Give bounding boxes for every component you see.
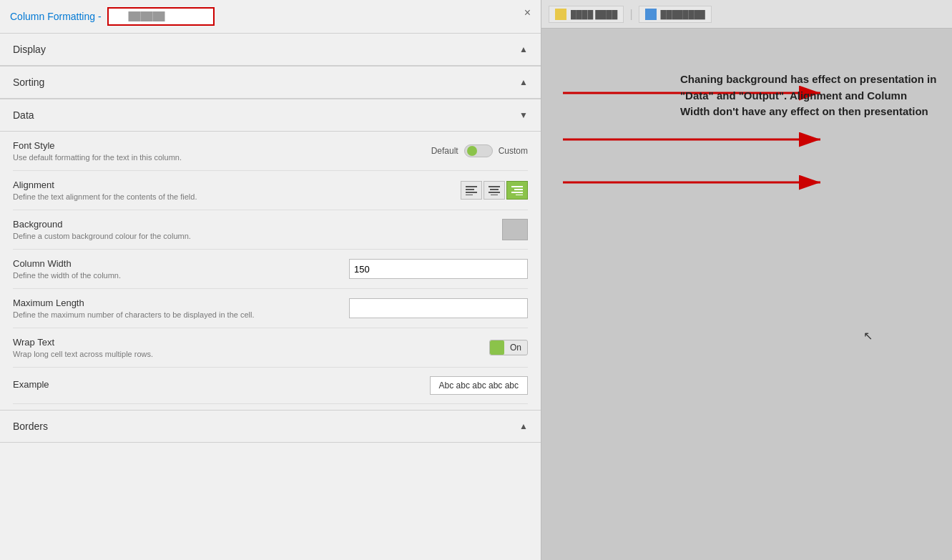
wrap-text-desc: Wrap long cell text across multiple rows…	[13, 350, 489, 358]
sorting-section-header[interactable]: Sorting ▲	[0, 66, 541, 99]
align-right-button[interactable]	[506, 181, 528, 200]
data-section-header[interactable]: Data ▼	[0, 99, 541, 132]
align-center-icon	[489, 185, 500, 195]
toggle-on-label: On	[504, 341, 527, 354]
toggle-on-dot	[490, 340, 504, 355]
display-section-header[interactable]: Display ▲	[0, 33, 541, 66]
font-style-desc: Use default formatting for the text in t…	[13, 153, 431, 162]
display-chevron: ▲	[519, 44, 528, 54]
font-style-label: Font Style	[13, 140, 431, 151]
data-section-content: Font Style Use default formatting for th…	[0, 132, 541, 404]
tab-color-blue	[645, 9, 657, 20]
background-control	[502, 219, 528, 240]
wrap-text-control: On	[489, 340, 528, 355]
example-row: Example Abc abc abc abc abc	[13, 368, 528, 404]
font-style-control: Default Custom	[431, 144, 528, 157]
background-label: Background	[13, 219, 502, 230]
align-center-button[interactable]	[484, 181, 505, 200]
custom-label: Custom	[499, 146, 528, 156]
align-right-icon	[511, 185, 523, 195]
default-label: Default	[431, 146, 458, 156]
font-style-info: Font Style Use default formatting for th…	[13, 140, 431, 162]
tab-item-1[interactable]: ████ ████	[549, 6, 624, 23]
tab2-text: ████████	[661, 10, 705, 19]
column-width-control	[349, 259, 528, 279]
display-section-label: Display	[13, 44, 46, 55]
column-width-label: Column Width	[13, 258, 349, 269]
tab-color-yellow	[555, 9, 566, 20]
maximum-length-desc: Define the maximum number of characters …	[13, 310, 349, 319]
annotation-area: Chaning background has effect on present…	[541, 29, 952, 560]
close-button[interactable]: ×	[524, 7, 531, 19]
toggle-dot	[467, 146, 477, 156]
borders-section-label: Borders	[13, 421, 48, 432]
example-info: Example	[13, 379, 430, 392]
example-value: Abc abc abc abc abc	[430, 376, 528, 395]
maximum-length-label: Maximum Length	[13, 298, 349, 308]
data-chevron: ▼	[519, 110, 528, 120]
align-left-icon	[466, 185, 477, 195]
column-width-info: Column Width Define the width of the col…	[13, 258, 349, 280]
tab1-text: ████ ████	[571, 10, 617, 19]
wrap-text-toggle[interactable]: On	[489, 340, 528, 355]
sorting-section-label: Sorting	[13, 77, 44, 88]
column-name-input[interactable]	[107, 7, 215, 26]
right-panel: ████ ████ | ████████	[541, 0, 952, 560]
right-topbar: ████ ████ | ████████	[541, 0, 952, 29]
wrap-text-row: Wrap Text Wrap long cell text across mul…	[13, 328, 528, 368]
column-width-input[interactable]	[349, 259, 528, 279]
font-style-row: Font Style Use default formatting for th…	[13, 132, 528, 171]
dialog-panel: Column Formatting - × Display ▲ Sorting …	[0, 0, 541, 560]
example-label: Example	[13, 379, 430, 390]
alignment-info: Alignment Define the text alignment for …	[13, 180, 461, 201]
wrap-text-label: Wrap Text	[13, 337, 489, 348]
maximum-length-info: Maximum Length Define the maximum number…	[13, 298, 349, 319]
tab-separator: |	[629, 8, 632, 21]
borders-chevron: ▲	[519, 421, 528, 431]
maximum-length-row: Maximum Length Define the maximum number…	[13, 289, 528, 328]
annotation-text: Chaning background has effect on present…	[680, 72, 938, 120]
background-color-swatch[interactable]	[502, 219, 528, 240]
tab-item-2[interactable]: ████████	[639, 6, 712, 23]
alignment-label: Alignment	[13, 180, 461, 190]
data-section-label: Data	[13, 109, 34, 121]
column-width-desc: Define the width of the column.	[13, 271, 349, 280]
background-row: Background Define a custom background co…	[13, 210, 528, 250]
sorting-chevron: ▲	[519, 77, 528, 87]
font-style-toggle[interactable]	[464, 144, 493, 157]
wrap-text-info: Wrap Text Wrap long cell text across mul…	[13, 337, 489, 358]
align-left-button[interactable]	[461, 181, 482, 200]
borders-section-header[interactable]: Borders ▲	[0, 410, 541, 443]
example-control: Abc abc abc abc abc	[430, 376, 528, 395]
dialog-titlebar: Column Formatting - ×	[0, 0, 541, 33]
dialog-title: Column Formatting -	[10, 11, 102, 22]
alignment-control	[461, 181, 528, 200]
maximum-length-control	[349, 298, 528, 318]
background-desc: Define a custom background colour for th…	[13, 232, 502, 240]
alignment-desc: Define the text alignment for the conten…	[13, 192, 461, 201]
column-width-row: Column Width Define the width of the col…	[13, 250, 528, 289]
maximum-length-input[interactable]	[349, 298, 528, 318]
background-info: Background Define a custom background co…	[13, 219, 502, 240]
alignment-row: Alignment Define the text alignment for …	[13, 171, 528, 210]
cursor: ↖	[863, 329, 873, 343]
